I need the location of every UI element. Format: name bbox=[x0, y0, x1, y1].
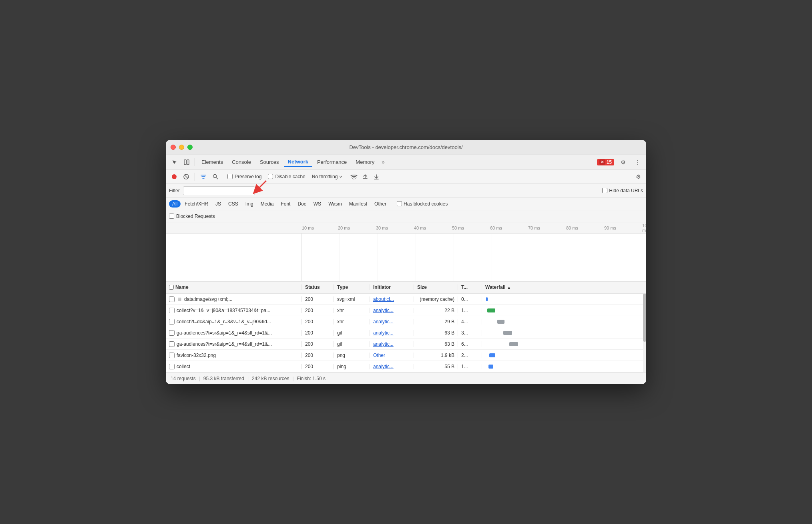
tab-memory[interactable]: Memory bbox=[352, 157, 378, 167]
initiator-link-4[interactable]: analytic... bbox=[373, 341, 394, 347]
cell-initiator-3[interactable]: analytic... bbox=[370, 330, 414, 336]
tick-30ms: 30 ms bbox=[376, 226, 388, 230]
type-btn-media[interactable]: Media bbox=[257, 200, 277, 208]
waterfall-bar-4 bbox=[509, 342, 518, 346]
cell-initiator-6[interactable]: analytic... bbox=[370, 364, 414, 369]
wifi-icon[interactable] bbox=[349, 172, 359, 181]
record-button[interactable] bbox=[169, 171, 179, 182]
blocked-requests-checkbox[interactable]: Blocked Requests bbox=[169, 214, 215, 219]
close-button[interactable] bbox=[171, 145, 176, 150]
row-checkbox-1[interactable] bbox=[169, 308, 175, 313]
maximize-button[interactable] bbox=[187, 145, 193, 150]
initiator-link-2[interactable]: analytic... bbox=[373, 319, 394, 324]
cursor-icon[interactable] bbox=[169, 157, 180, 168]
type-btn-font[interactable]: Font bbox=[277, 200, 293, 208]
table-row[interactable]: collect 200 ping analytic... 55 B 1... bbox=[166, 361, 646, 372]
initiator-text-5: Other bbox=[373, 353, 385, 358]
has-blocked-cookies-input[interactable] bbox=[397, 201, 402, 206]
cell-waterfall-0 bbox=[482, 297, 646, 301]
statusbar-transferred: 95.3 kB transferred bbox=[203, 376, 244, 381]
scrollbar-thumb[interactable] bbox=[643, 294, 646, 342]
row-checkbox-0[interactable] bbox=[169, 296, 175, 302]
tick-80ms: 80 ms bbox=[566, 226, 578, 230]
initiator-link-0[interactable]: about:cl... bbox=[373, 296, 394, 302]
select-all-checkbox[interactable] bbox=[169, 285, 174, 290]
more-options-icon[interactable]: ⋮ bbox=[632, 157, 643, 168]
filter-input-container[interactable] bbox=[183, 186, 255, 195]
row-checkbox-5[interactable] bbox=[169, 353, 175, 358]
type-btn-wasm[interactable]: Wasm bbox=[325, 200, 345, 208]
statusbar-sep-3: | bbox=[292, 376, 293, 381]
type-btn-img[interactable]: Img bbox=[242, 200, 257, 208]
row-checkbox-3[interactable] bbox=[169, 330, 175, 336]
cell-size-2: 29 B bbox=[414, 319, 458, 324]
dock-icon[interactable] bbox=[181, 157, 192, 168]
search-icon[interactable] bbox=[210, 171, 221, 182]
hide-data-urls-input[interactable] bbox=[602, 188, 607, 193]
hide-data-urls-checkbox[interactable]: Hide data URLs bbox=[602, 188, 643, 193]
cell-initiator-2[interactable]: analytic... bbox=[370, 319, 414, 324]
svg-rect-1 bbox=[187, 160, 189, 165]
col-header-initiator[interactable]: Initiator bbox=[370, 284, 414, 290]
cell-type-6: ping bbox=[334, 364, 370, 369]
col-header-status[interactable]: Status bbox=[302, 284, 334, 290]
initiator-link-3[interactable]: analytic... bbox=[373, 330, 394, 336]
cell-name-6: collect bbox=[166, 364, 302, 369]
grid-line-3 bbox=[416, 234, 416, 281]
tab-performance[interactable]: Performance bbox=[313, 157, 351, 167]
has-blocked-cookies-checkbox[interactable]: Has blocked cookies bbox=[397, 201, 448, 207]
preserve-log-input[interactable] bbox=[227, 174, 233, 179]
type-btn-manifest[interactable]: Manifest bbox=[346, 200, 370, 208]
tab-more[interactable]: » bbox=[379, 157, 387, 167]
table-row[interactable]: ▦ data:image/svg+xml;... 200 svg+xml abo… bbox=[166, 294, 646, 305]
type-btn-other[interactable]: Other bbox=[371, 200, 390, 208]
row-checkbox-2[interactable] bbox=[169, 319, 175, 324]
network-settings-icon[interactable]: ⚙ bbox=[633, 172, 643, 181]
upload-icon[interactable] bbox=[360, 172, 370, 181]
type-btn-fetchxhr[interactable]: Fetch/XHR bbox=[181, 200, 211, 208]
error-x-icon: ✕ bbox=[599, 159, 605, 165]
col-header-waterfall[interactable]: Waterfall ▲ bbox=[482, 284, 646, 290]
initiator-link-6[interactable]: analytic... bbox=[373, 364, 394, 369]
throttle-label: No throttling bbox=[312, 174, 338, 179]
minimize-button[interactable] bbox=[179, 145, 184, 150]
tab-elements[interactable]: Elements bbox=[197, 157, 227, 167]
grid-line-5 bbox=[492, 234, 492, 281]
col-header-name[interactable]: Name bbox=[166, 284, 302, 290]
table-row[interactable]: ga-audiences?t=sr&aip=1&_r=4&slf_rd=1&..… bbox=[166, 339, 646, 350]
type-btn-css[interactable]: CSS bbox=[225, 200, 241, 208]
cell-initiator-1[interactable]: analytic... bbox=[370, 308, 414, 313]
col-header-type[interactable]: Type bbox=[334, 284, 370, 290]
tab-right: ✕ 15 ⚙ ⋮ bbox=[597, 157, 643, 168]
type-btn-js[interactable]: JS bbox=[212, 200, 224, 208]
throttle-select[interactable]: No throttling bbox=[310, 173, 345, 180]
table-row[interactable]: ga-audiences?t=sr&aip=1&_r=4&slf_rd=1&..… bbox=[166, 327, 646, 339]
table-row[interactable]: collect?t=dc&aip=1&_r=3&v=1&_v=j90&tid..… bbox=[166, 316, 646, 327]
table-row[interactable]: collect?v=1&_v=j90&a=1837457034&t=pa... … bbox=[166, 305, 646, 316]
type-btn-ws[interactable]: WS bbox=[310, 200, 324, 208]
initiator-link-1[interactable]: analytic... bbox=[373, 308, 394, 313]
clear-button[interactable] bbox=[181, 171, 191, 182]
tab-network[interactable]: Network bbox=[284, 157, 312, 167]
row-checkbox-4[interactable] bbox=[169, 341, 175, 347]
table-row[interactable]: favicon-32x32.png 200 png Other 1.9 kB 2… bbox=[166, 350, 646, 361]
blocked-requests-input[interactable] bbox=[169, 214, 174, 219]
settings-icon[interactable]: ⚙ bbox=[617, 157, 629, 168]
col-header-time[interactable]: T... bbox=[458, 284, 482, 290]
tab-sources[interactable]: Sources bbox=[256, 157, 283, 167]
tick-60ms: 60 ms bbox=[490, 226, 502, 230]
filter-icon[interactable] bbox=[198, 171, 209, 182]
cell-size-3: 63 B bbox=[414, 330, 458, 336]
col-header-size[interactable]: Size bbox=[414, 284, 458, 290]
cell-initiator-0[interactable]: about:cl... bbox=[370, 296, 414, 302]
type-btn-doc[interactable]: Doc bbox=[294, 200, 309, 208]
tab-console[interactable]: Console bbox=[228, 157, 255, 167]
svg-point-7 bbox=[354, 179, 354, 179]
cell-initiator-4[interactable]: analytic... bbox=[370, 341, 414, 347]
download-icon[interactable] bbox=[372, 172, 381, 181]
row-checkbox-6[interactable] bbox=[169, 364, 175, 369]
type-btn-all[interactable]: All bbox=[169, 200, 181, 208]
tick-40ms: 40 ms bbox=[414, 226, 426, 230]
tick-10ms: 10 ms bbox=[302, 226, 314, 230]
cell-size-6: 55 B bbox=[414, 364, 458, 369]
